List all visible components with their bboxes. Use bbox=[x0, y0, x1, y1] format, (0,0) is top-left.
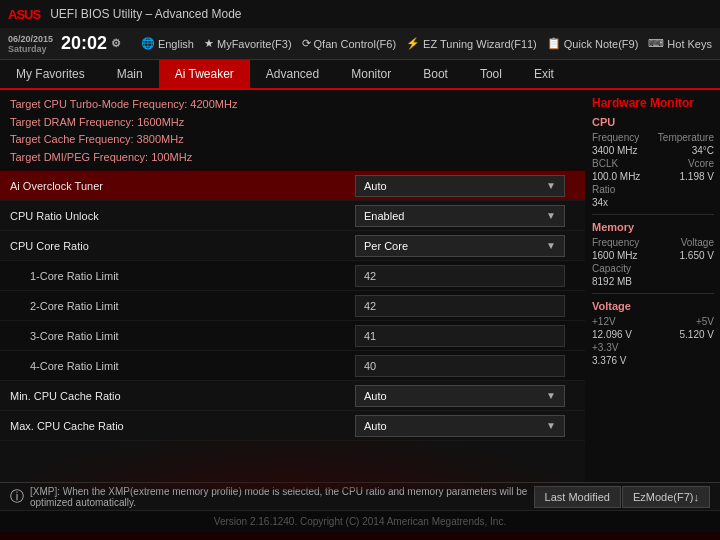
hw-mem-freq-value: 1600 MHz bbox=[592, 250, 638, 261]
min-cache-ratio-dropdown-value: Auto bbox=[364, 390, 387, 402]
setting-3core-ratio[interactable]: 3-Core Ratio Limit 41 bbox=[0, 321, 585, 351]
setting-4core-ratio[interactable]: 4-Core Ratio Limit 40 bbox=[0, 351, 585, 381]
hw-capacity-label: Capacity bbox=[592, 263, 631, 274]
hw-temp-label: Temperature bbox=[658, 132, 714, 143]
myfavorite-button[interactable]: ★ MyFavorite(F3) bbox=[204, 37, 292, 50]
hw-bclk-value: 100.0 MHz bbox=[592, 171, 640, 182]
cpu-core-ratio-dropdown-value: Per Core bbox=[364, 240, 408, 252]
hw-ratio-label: Ratio bbox=[592, 184, 615, 195]
nav-exit[interactable]: Exit bbox=[518, 60, 570, 88]
ai-overclock-dropdown[interactable]: Auto ▼ bbox=[355, 175, 565, 197]
max-cache-ratio-label: Max. CPU Cache Ratio bbox=[10, 420, 355, 432]
favorite-label: MyFavorite(F3) bbox=[217, 38, 292, 50]
hw-mem-volt-label: Voltage bbox=[681, 237, 714, 248]
status-buttons: Last Modified EzMode(F7)↓ bbox=[534, 486, 710, 508]
hw-bclk-vcore-values: 100.0 MHz 1.198 V bbox=[592, 171, 714, 182]
3core-ratio-value: 41 bbox=[355, 325, 575, 347]
setting-min-cache-ratio[interactable]: Min. CPU Cache Ratio Auto ▼ bbox=[0, 381, 585, 411]
hw-cpu-title: CPU bbox=[592, 116, 714, 128]
content-area: Target CPU Turbo-Mode Frequency: 4200MHz… bbox=[0, 90, 720, 482]
cpu-ratio-unlock-dropdown-value: Enabled bbox=[364, 210, 404, 222]
hw-33v-label: +3.3V bbox=[592, 342, 618, 353]
hw-33v-value: 3.376 V bbox=[592, 355, 626, 366]
hw-mem-freq-volt-header: Frequency Voltage bbox=[592, 237, 714, 248]
hw-freq-label: Frequency bbox=[592, 132, 639, 143]
dropdown-arrow-icon: ▼ bbox=[546, 180, 556, 191]
hw-5v-label: +5V bbox=[696, 316, 714, 327]
hw-12v-value: 12.096 V bbox=[592, 329, 632, 340]
setting-ai-overclock-tuner[interactable]: Ai Overclock Tuner Auto ▼ bbox=[0, 171, 585, 201]
qfan-icon: ⟳ bbox=[302, 37, 311, 50]
day-display: Saturday bbox=[8, 44, 47, 54]
info-lines: Target CPU Turbo-Mode Frequency: 4200MHz… bbox=[0, 90, 585, 171]
ai-overclock-value[interactable]: Auto ▼ bbox=[355, 175, 575, 197]
hw-divider-1 bbox=[592, 214, 714, 215]
hw-ratio-value: 34x bbox=[592, 197, 608, 208]
qfan-button[interactable]: ⟳ Qfan Control(F6) bbox=[302, 37, 397, 50]
nav-advanced[interactable]: Advanced bbox=[250, 60, 335, 88]
status-bar: ⓘ [XMP]: When the XMP(extreme memory pro… bbox=[0, 482, 720, 510]
quicknote-label: Quick Note(F9) bbox=[564, 38, 639, 50]
time-settings-icon[interactable]: ⚙ bbox=[111, 37, 121, 50]
4core-ratio-label: 4-Core Ratio Limit bbox=[30, 360, 355, 372]
hw-12v-5v-header: +12V +5V bbox=[592, 316, 714, 327]
main-panel: Target CPU Turbo-Mode Frequency: 4200MHz… bbox=[0, 90, 585, 482]
info-line-1: Target CPU Turbo-Mode Frequency: 4200MHz bbox=[10, 96, 575, 114]
hw-vcore-value: 1.198 V bbox=[680, 171, 714, 182]
nav-my-favorites[interactable]: My Favorites bbox=[0, 60, 101, 88]
quick-note-button[interactable]: 📋 Quick Note(F9) bbox=[547, 37, 639, 50]
asus-logo: ASUS bbox=[8, 7, 40, 22]
nav-monitor[interactable]: Monitor bbox=[335, 60, 407, 88]
hw-mem-freq-volt-values: 1600 MHz 1.650 V bbox=[592, 250, 714, 261]
qfan-label: Qfan Control(F6) bbox=[314, 38, 397, 50]
min-cache-ratio-label: Min. CPU Cache Ratio bbox=[10, 390, 355, 402]
eztuning-icon: ⚡ bbox=[406, 37, 420, 50]
cpu-core-ratio-dropdown[interactable]: Per Core ▼ bbox=[355, 235, 565, 257]
setting-max-cache-ratio[interactable]: Max. CPU Cache Ratio Auto ▼ bbox=[0, 411, 585, 441]
date-display: 06/20/2015 bbox=[8, 34, 53, 44]
nav-boot[interactable]: Boot bbox=[407, 60, 464, 88]
nav-ai-tweaker[interactable]: Ai Tweaker bbox=[159, 60, 250, 88]
tool-items: 🌐 English ★ MyFavorite(F3) ⟳ Qfan Contro… bbox=[133, 37, 712, 50]
info-line-4: Target DMI/PEG Frequency: 100MHz bbox=[10, 149, 575, 167]
last-modified-button[interactable]: Last Modified bbox=[534, 486, 621, 508]
max-cache-ratio-dropdown-value: Auto bbox=[364, 420, 387, 432]
dropdown-arrow-icon-5: ▼ bbox=[546, 420, 556, 431]
ez-tuning-button[interactable]: ⚡ EZ Tuning Wizard(F11) bbox=[406, 37, 537, 50]
datetime-display: 06/20/2015 Saturday 20:02 ⚙ bbox=[8, 33, 121, 54]
cpu-core-ratio-value[interactable]: Per Core ▼ bbox=[355, 235, 575, 257]
setting-cpu-ratio-unlock[interactable]: CPU Ratio Unlock Enabled ▼ bbox=[0, 201, 585, 231]
info-line-2: Target DRAM Frequency: 1600MHz bbox=[10, 114, 575, 132]
app-title: UEFI BIOS Utility – Advanced Mode bbox=[50, 7, 241, 21]
hw-bclk-vcore-header: BCLK Vcore bbox=[592, 158, 714, 169]
max-cache-ratio-value[interactable]: Auto ▼ bbox=[355, 415, 575, 437]
max-cache-ratio-dropdown[interactable]: Auto ▼ bbox=[355, 415, 565, 437]
eztuning-label: EZ Tuning Wizard(F11) bbox=[423, 38, 537, 50]
4core-ratio-box: 40 bbox=[355, 355, 565, 377]
hw-temp-value: 34°C bbox=[692, 145, 714, 156]
setting-1core-ratio[interactable]: 1-Core Ratio Limit 42 bbox=[0, 261, 585, 291]
4core-ratio-value: 40 bbox=[355, 355, 575, 377]
quicknote-icon: 📋 bbox=[547, 37, 561, 50]
cpu-ratio-unlock-label: CPU Ratio Unlock bbox=[10, 210, 355, 222]
nav-main[interactable]: Main bbox=[101, 60, 159, 88]
language-selector[interactable]: 🌐 English bbox=[141, 37, 194, 50]
cpu-ratio-unlock-dropdown[interactable]: Enabled ▼ bbox=[355, 205, 565, 227]
min-cache-ratio-value[interactable]: Auto ▼ bbox=[355, 385, 575, 407]
cpu-ratio-unlock-value[interactable]: Enabled ▼ bbox=[355, 205, 575, 227]
hw-capacity-header: Capacity bbox=[592, 263, 714, 274]
setting-cpu-core-ratio[interactable]: CPU Core Ratio Per Core ▼ bbox=[0, 231, 585, 261]
hot-keys-button[interactable]: ⌨ Hot Keys bbox=[648, 37, 712, 50]
ezmode-button[interactable]: EzMode(F7)↓ bbox=[622, 486, 710, 508]
min-cache-ratio-dropdown[interactable]: Auto ▼ bbox=[355, 385, 565, 407]
hw-vcore-label: Vcore bbox=[688, 158, 714, 169]
nav-tool[interactable]: Tool bbox=[464, 60, 518, 88]
cpu-core-ratio-label: CPU Core Ratio bbox=[10, 240, 355, 252]
time-display: 20:02 bbox=[61, 33, 107, 54]
setting-2core-ratio[interactable]: 2-Core Ratio Limit 42 bbox=[0, 291, 585, 321]
hw-monitor-title: Hardware Monitor bbox=[592, 96, 714, 110]
2core-ratio-label: 2-Core Ratio Limit bbox=[30, 300, 355, 312]
info-line-3: Target Cache Frequency: 3800MHz bbox=[10, 131, 575, 149]
hw-ratio-header: Ratio bbox=[592, 184, 714, 195]
hw-12v-5v-values: 12.096 V 5.120 V bbox=[592, 329, 714, 340]
